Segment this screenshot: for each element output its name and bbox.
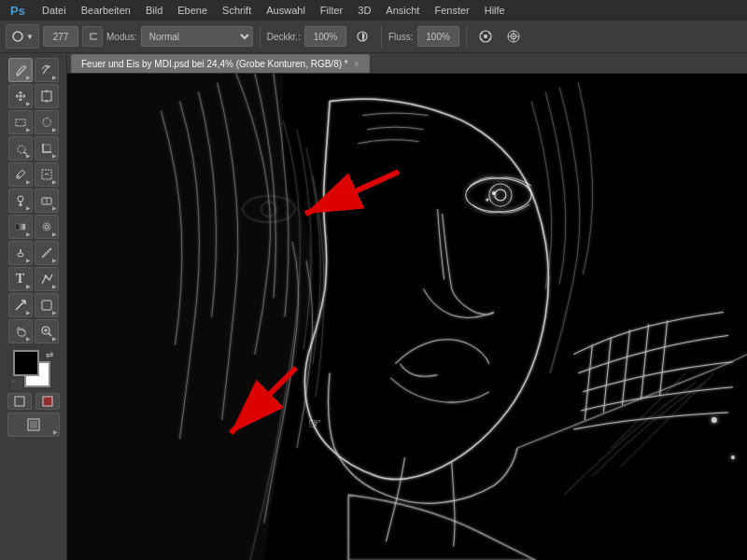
menu-3d[interactable]: 3D: [351, 3, 377, 18]
quick-mask-btn[interactable]: [35, 393, 60, 410]
svg-point-6: [481, 33, 483, 35]
fluss-input[interactable]: [417, 26, 459, 47]
standard-mode-btn[interactable]: [7, 393, 32, 410]
svg-point-0: [13, 32, 22, 41]
svg-line-53: [231, 368, 296, 433]
svg-point-18: [18, 146, 25, 153]
quick-select-btn[interactable]: ▶: [8, 136, 33, 161]
reset-colors-btn[interactable]: ⬛: [11, 380, 21, 389]
svg-rect-14: [42, 91, 51, 101]
swap-colors-btn[interactable]: ⇄: [46, 350, 53, 360]
tool-row-stamp: ▶ ▶: [0, 189, 66, 213]
airbrush-icon: [88, 30, 97, 43]
screen-mode-row: ▶: [0, 413, 66, 437]
menu-ansicht[interactable]: Ansicht: [379, 3, 426, 18]
menu-bild[interactable]: Bild: [139, 3, 169, 18]
deckkr-icon-btn[interactable]: [350, 24, 374, 49]
svg-rect-39: [30, 421, 37, 428]
brush-size-input[interactable]: [43, 26, 78, 47]
patch-btn[interactable]: ▶: [35, 162, 59, 187]
svg-point-27: [45, 225, 49, 229]
svg-point-46: [492, 191, 496, 195]
screen-mode-btn[interactable]: ▶: [7, 413, 60, 437]
tool-row-dodge: ▶ ▶: [0, 241, 66, 265]
svg-point-30: [44, 275, 47, 278]
clone-stamp-btn[interactable]: ▶: [8, 189, 33, 213]
tool-row-eye: ▶ ▶: [0, 162, 66, 187]
separator-3: [466, 25, 467, 48]
left-panel: ▶ ▶ ▶ ▶ ▶: [0, 53, 67, 560]
brush-preset-btn[interactable]: ▼: [6, 24, 39, 49]
brush-icon: [11, 30, 23, 43]
svg-rect-37: [43, 397, 52, 406]
dodge-btn[interactable]: ▶: [8, 241, 33, 265]
svg-rect-1: [91, 34, 97, 39]
color-swatches: ⇄ ⬛: [0, 350, 66, 389]
eraser-btn[interactable]: ▶: [35, 189, 59, 213]
spray-icon: [478, 29, 493, 44]
deckkr-input[interactable]: [304, 26, 346, 47]
mode-buttons: [0, 393, 66, 410]
svg-line-33: [49, 333, 51, 336]
app-logo: Ps: [7, 0, 28, 21]
tool-row-move: ▶: [0, 84, 66, 108]
menu-hilfe[interactable]: Hilfe: [478, 3, 512, 18]
path-select-btn[interactable]: ▶: [35, 267, 59, 291]
deckkr-label: Deckkr.:: [267, 32, 301, 42]
menu-auswahl[interactable]: Auswahl: [260, 3, 312, 18]
modus-select[interactable]: Normal Multiplizieren Abblenden: [141, 26, 253, 47]
menu-bearbeiten[interactable]: Bearbeiten: [75, 3, 137, 18]
artboard-btn[interactable]: [35, 84, 59, 108]
lasso-btn[interactable]: ▶: [35, 110, 59, 134]
menu-schrift[interactable]: Schrift: [216, 3, 258, 18]
tabs-bar: Feuer und Eis by MDI.psd bei 24,4% (Grob…: [67, 53, 747, 74]
chevron-down-icon: ▼: [26, 33, 34, 41]
canvas-wrapper[interactable]: ☞: [67, 74, 747, 560]
tool-row-select: ▶ ▶: [0, 110, 66, 134]
menu-fenster[interactable]: Fenster: [428, 3, 475, 18]
arrow-btn[interactable]: ▶: [8, 293, 33, 317]
svg-point-48: [712, 417, 717, 423]
tab-title: Feuer und Eis by MDI.psd bei 24,4% (Grob…: [81, 59, 348, 69]
tool-row-shape: ▶ ▶: [0, 293, 66, 317]
svg-rect-36: [15, 397, 24, 406]
eyedropper-btn[interactable]: ▶: [8, 162, 33, 187]
foreground-color[interactable]: [13, 350, 39, 376]
svg-rect-21: [42, 170, 51, 179]
tool-row-text: T ▶ ▶: [0, 267, 66, 291]
extra-btn-1[interactable]: [473, 24, 498, 49]
text-btn[interactable]: T ▶: [8, 267, 33, 291]
svg-line-51: [305, 172, 399, 214]
canvas-area: Feuer und Eis by MDI.psd bei 24,4% (Grob…: [67, 53, 747, 560]
shape-btn[interactable]: ▶: [35, 293, 59, 317]
canvas-tab[interactable]: Feuer und Eis by MDI.psd bei 24,4% (Grob…: [71, 54, 370, 73]
svg-rect-25: [16, 224, 25, 230]
menu-bar: Ps Datei Bearbeiten Bild Ebene Schrift A…: [0, 0, 747, 21]
red-arrow-lower: [203, 363, 315, 456]
toolbar: ▼ Modus: Normal Multiplizieren Abblenden…: [0, 21, 747, 53]
svg-point-9: [488, 38, 490, 40]
history-brush-btn[interactable]: ▶: [35, 58, 59, 82]
tool-row-quick: ▶ ▶: [0, 136, 66, 161]
move-tool-btn[interactable]: ▶: [8, 84, 33, 108]
zoom-btn[interactable]: ▶: [35, 319, 59, 343]
brush-select-btn[interactable]: ▶: [8, 58, 33, 82]
svg-point-7: [488, 33, 490, 35]
brush-mode-btn[interactable]: [82, 26, 103, 47]
gradient-btn[interactable]: ▶: [8, 215, 33, 239]
pen-btn[interactable]: ▶: [35, 241, 59, 265]
hand-btn[interactable]: ▶: [8, 319, 33, 343]
fluss-label: Fluss:: [388, 32, 414, 42]
main-area: ▶ ▶ ▶ ▶ ▶: [0, 53, 747, 560]
blur-btn[interactable]: ▶: [35, 215, 59, 239]
tab-close-btn[interactable]: ×: [354, 59, 359, 69]
menu-filter[interactable]: Filter: [314, 3, 349, 18]
crop-btn[interactable]: ▶: [35, 136, 59, 161]
menu-datei[interactable]: Datei: [35, 3, 73, 18]
rect-select-btn[interactable]: ▶: [8, 110, 33, 134]
svg-point-8: [481, 38, 483, 40]
extra-btn-2[interactable]: [501, 24, 526, 49]
separator-2: [381, 25, 382, 48]
menu-ebene[interactable]: Ebene: [171, 3, 214, 18]
opacity-icon: [356, 30, 369, 43]
